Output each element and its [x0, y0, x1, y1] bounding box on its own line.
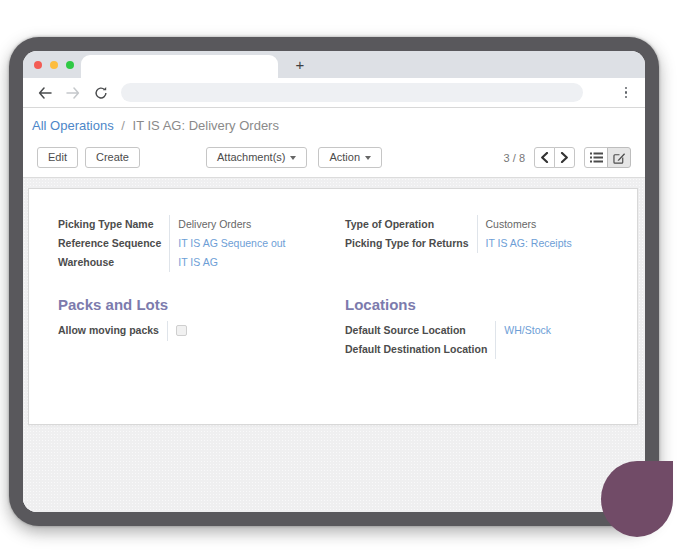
- breadcrumb-link-all-operations[interactable]: All Operations: [32, 118, 114, 133]
- reload-button[interactable]: [91, 83, 111, 103]
- create-button[interactable]: Create: [85, 147, 140, 168]
- field-label-warehouse: Warehouse: [58, 253, 170, 272]
- list-icon: [590, 152, 603, 163]
- field-label-default-source-location: Default Source Location: [345, 321, 496, 340]
- address-bar[interactable]: [121, 83, 583, 102]
- field-value-picking-type-for-returns-link[interactable]: IT IS AG: Receipts: [486, 237, 572, 249]
- field-value-default-destination-location: [496, 340, 551, 359]
- chevron-left-icon: [540, 152, 549, 163]
- field-row-default-destination-location: Default Destination Location: [345, 340, 551, 359]
- browser-frame: +: [9, 37, 659, 526]
- field-label-default-destination-location: Default Destination Location: [345, 340, 496, 359]
- section-heading-packs-and-lots: Packs and Lots: [58, 296, 345, 313]
- dropdown-group: Attachment(s) Action: [206, 147, 382, 168]
- field-group-top: Picking Type Name Delivery Orders Refere…: [58, 215, 627, 272]
- list-view-button[interactable]: [584, 147, 608, 168]
- chevron-down-icon: [365, 156, 371, 160]
- new-tab-button[interactable]: +: [287, 54, 313, 76]
- pager-previous-button[interactable]: [534, 147, 555, 168]
- browser-tab-strip: +: [23, 51, 645, 78]
- field-row-picking-type-for-returns: Picking Type for Returns IT IS AG: Recei…: [345, 234, 572, 253]
- back-arrow-icon: [38, 87, 52, 99]
- field-row-reference-sequence: Reference Sequence IT IS AG Sequence out: [58, 234, 286, 253]
- pager-counter: 3 / 8: [504, 152, 525, 164]
- form-sheet: Picking Type Name Delivery Orders Refere…: [28, 188, 638, 425]
- browser-navbar: [23, 78, 645, 108]
- edit-form-icon: [613, 152, 626, 164]
- chevron-right-icon: [560, 152, 569, 163]
- field-value-warehouse-link[interactable]: IT IS AG: [178, 256, 218, 268]
- minimize-window-button[interactable]: [50, 61, 58, 69]
- field-label-picking-type-name: Picking Type Name: [58, 215, 170, 234]
- field-value-type-of-operation: Customers: [477, 215, 572, 234]
- page-title: IT IS AG: Delivery Orders: [133, 118, 279, 133]
- section-heading-locations: Locations: [345, 296, 627, 313]
- forward-arrow-icon: [66, 87, 80, 99]
- field-row-default-source-location: Default Source Location WH/Stock: [345, 321, 551, 340]
- view-switcher: [584, 147, 631, 168]
- edit-button[interactable]: Edit: [37, 147, 78, 168]
- field-row-picking-type-name: Picking Type Name Delivery Orders: [58, 215, 286, 234]
- browser-viewport: +: [23, 51, 645, 512]
- browser-tab[interactable]: [81, 55, 278, 78]
- allow-moving-packs-checkbox[interactable]: [176, 325, 187, 336]
- pager-cluster: 3 / 8: [504, 147, 631, 168]
- field-label-reference-sequence: Reference Sequence: [58, 234, 170, 253]
- action-dropdown[interactable]: Action: [318, 147, 382, 168]
- form-view-button[interactable]: [607, 147, 631, 168]
- control-bar: Edit Create Attachment(s) Action 3 / 8: [23, 140, 645, 178]
- maximize-window-button[interactable]: [66, 61, 74, 69]
- field-row-allow-moving-packs: Allow moving packs: [58, 321, 187, 341]
- field-label-allow-moving-packs: Allow moving packs: [58, 321, 167, 341]
- back-button[interactable]: [35, 83, 55, 103]
- content-area: Picking Type Name Delivery Orders Refere…: [23, 178, 645, 512]
- odoo-page: All Operations / IT IS AG: Delivery Orde…: [23, 108, 645, 512]
- decorative-blob: [601, 461, 673, 537]
- pager-buttons: [534, 147, 575, 168]
- field-value-picking-type-name: Delivery Orders: [170, 215, 286, 234]
- field-value-default-source-location-link[interactable]: WH/Stock: [504, 324, 551, 336]
- browser-menu-button[interactable]: [619, 84, 633, 102]
- field-group-bottom: Packs and Lots Allow moving packs Locati…: [58, 272, 627, 359]
- window-controls: [34, 61, 74, 69]
- field-row-type-of-operation: Type of Operation Customers: [345, 215, 572, 234]
- chevron-down-icon: [290, 156, 296, 160]
- breadcrumb-separator: /: [121, 118, 125, 133]
- field-row-warehouse: Warehouse IT IS AG: [58, 253, 286, 272]
- close-window-button[interactable]: [34, 61, 42, 69]
- pager-next-button[interactable]: [554, 147, 575, 168]
- field-value-reference-sequence-link[interactable]: IT IS AG Sequence out: [178, 237, 285, 249]
- attachments-dropdown[interactable]: Attachment(s): [206, 147, 307, 168]
- breadcrumb: All Operations / IT IS AG: Delivery Orde…: [23, 108, 645, 140]
- field-label-picking-type-for-returns: Picking Type for Returns: [345, 234, 477, 253]
- field-label-type-of-operation: Type of Operation: [345, 215, 477, 234]
- kebab-icon: [625, 87, 628, 90]
- reload-icon: [94, 86, 108, 100]
- forward-button[interactable]: [63, 83, 83, 103]
